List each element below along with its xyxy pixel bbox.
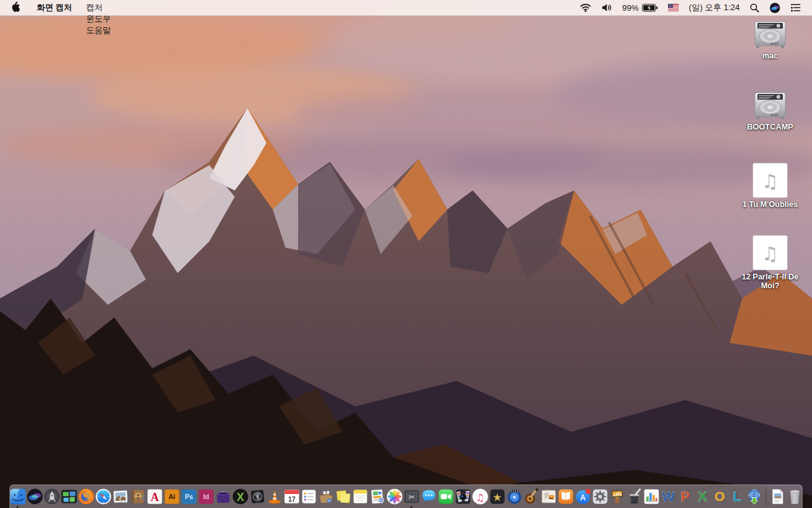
audio-file-icon: ♫	[732, 235, 808, 271]
battery-percent: 99%	[622, 3, 639, 13]
app-menus: 파일편집캡처윈도우도움말	[79, 0, 118, 36]
finder-icon[interactable]	[10, 488, 26, 505]
reminders-icon[interactable]	[301, 488, 317, 505]
facetime-icon[interactable]	[438, 488, 454, 505]
disk-backup-icon[interactable]	[249, 488, 266, 505]
apple-icon	[11, 1, 20, 14]
svg-text:O: O	[714, 489, 724, 504]
svg-text:X: X	[237, 491, 244, 504]
toast-icon[interactable]	[215, 488, 232, 505]
active-app-menu[interactable]: 화면 캡처	[30, 2, 79, 13]
hard-drive-icon	[732, 91, 808, 121]
svg-text:♫: ♫	[476, 492, 485, 504]
siri-icon[interactable]	[27, 488, 43, 505]
notification-center-icon[interactable]	[785, 0, 806, 15]
svg-text:W: W	[662, 489, 674, 504]
excel-icon[interactable]: XX	[695, 488, 711, 505]
battery-status[interactable]: 99%	[617, 0, 663, 15]
svg-text:L: L	[733, 489, 741, 504]
volume-icon[interactable]	[596, 0, 617, 15]
svg-text:Id: Id	[203, 493, 209, 500]
svg-text:A: A	[150, 491, 159, 504]
acrobat-reader-icon[interactable]: A	[147, 488, 163, 505]
photos-icon[interactable]	[386, 488, 403, 505]
svg-text:Ai: Ai	[168, 493, 175, 500]
desktop-icon-1-tu-m-oublies[interactable]: ♫1 Tu M'Oublies	[732, 163, 808, 209]
scrapbook-icon[interactable]	[540, 488, 557, 505]
dock-separator	[766, 487, 766, 506]
svg-text:17: 17	[288, 495, 296, 503]
input-source-us-flag-icon[interactable]	[663, 0, 684, 15]
desktop-icon-12-parle-t-il-de-moi-[interactable]: ♫12 Parle-T-Il De Moi?	[732, 235, 808, 291]
desktop-icon-bootcamp[interactable]: BOOTCAMP	[732, 91, 808, 131]
powerpoint-icon[interactable]: PP	[678, 488, 694, 505]
desktop: 화면 캡처 파일편집캡처윈도우도움말 99% (일) 오후 1:24	[0, 0, 812, 508]
pages-icon[interactable]	[626, 488, 643, 505]
svg-text:A: A	[580, 493, 586, 502]
safari-icon[interactable]	[95, 488, 112, 505]
photoshop-icon[interactable]: Ps	[181, 488, 197, 505]
spotlight-search-icon[interactable]	[745, 0, 764, 15]
download-manager-icon[interactable]	[746, 488, 763, 505]
apple-menu[interactable]	[0, 0, 30, 15]
svg-text:X: X	[698, 489, 707, 504]
svg-text:★: ★	[492, 491, 502, 504]
svg-text:P: P	[681, 489, 690, 504]
ibooks-icon[interactable]	[558, 488, 574, 505]
desktop-icon-label: 1 Tu M'Oublies	[732, 200, 808, 209]
document-file-icon[interactable]	[769, 488, 786, 505]
wallpaper-sierra-mountain	[0, 0, 812, 508]
desktop-icon-label: mac	[732, 51, 808, 60]
keynote-icon[interactable]	[609, 488, 625, 505]
calendar-icon[interactable]: 17	[284, 488, 300, 505]
colorsync-utility-icon[interactable]	[369, 488, 386, 505]
menu-item-4[interactable]: 도움말	[79, 25, 118, 36]
app-store-icon[interactable]: A	[575, 488, 591, 505]
unarchiver-icon[interactable]	[318, 488, 334, 505]
contacts-icon[interactable]	[129, 488, 146, 505]
hard-drive-icon	[732, 20, 808, 50]
svg-text:Ps: Ps	[185, 493, 193, 500]
launchpad-icon[interactable]	[44, 488, 60, 505]
desktop-icon-label: BOOTCAMP	[732, 123, 808, 131]
dvd-player-icon[interactable]	[506, 488, 523, 505]
svg-text:♫: ♫	[762, 170, 779, 192]
menu-item-3[interactable]: 윈도우	[79, 13, 118, 25]
outlook-icon[interactable]: OO	[712, 488, 728, 505]
messages-icon[interactable]	[421, 488, 437, 505]
siri-icon[interactable]	[764, 0, 785, 15]
imovie-icon[interactable]: ★	[489, 488, 506, 505]
menu-bar-clock[interactable]: (일) 오후 1:24	[684, 0, 745, 15]
notes-icon[interactable]	[352, 488, 369, 505]
vlc-icon[interactable]	[266, 488, 283, 505]
desktop-icon-mac[interactable]: mac	[732, 20, 808, 60]
garageband-icon[interactable]	[523, 488, 540, 505]
desktop-icon-label: 12 Parle-T-Il De Moi?	[732, 272, 808, 291]
menu-item-2[interactable]: 캡처	[79, 2, 118, 13]
battery-icon	[642, 4, 658, 12]
preview-icon[interactable]	[112, 488, 129, 505]
audio-file-icon: ♫	[732, 163, 808, 198]
numbers-icon[interactable]	[643, 488, 660, 505]
stickies-icon[interactable]	[335, 488, 351, 505]
trash-icon[interactable]	[787, 488, 803, 505]
svg-text:♫: ♫	[762, 243, 779, 265]
grab-icon[interactable]: ✂	[403, 488, 420, 505]
wifi-icon[interactable]	[575, 0, 596, 15]
word-icon[interactable]: WW	[660, 488, 677, 505]
itunes-icon[interactable]: ♫	[472, 488, 488, 505]
illustrator-icon[interactable]: Ai	[164, 488, 180, 505]
menu-bar: 화면 캡처 파일편집캡처윈도우도움말 99% (일) 오후 1:24	[0, 0, 812, 16]
dock: AAiPsIdX17✂♫★AWWPPXXOOLL	[10, 485, 802, 508]
firefox-icon[interactable]	[78, 488, 95, 505]
photo-booth-icon[interactable]	[455, 488, 471, 505]
xee-icon[interactable]: X	[232, 488, 249, 505]
indesign-icon[interactable]: Id	[198, 488, 214, 505]
system-preferences-icon[interactable]	[592, 488, 608, 505]
lync-icon[interactable]: LL	[729, 488, 745, 505]
svg-text:✂: ✂	[408, 493, 414, 502]
mission-control-icon[interactable]	[61, 488, 77, 505]
